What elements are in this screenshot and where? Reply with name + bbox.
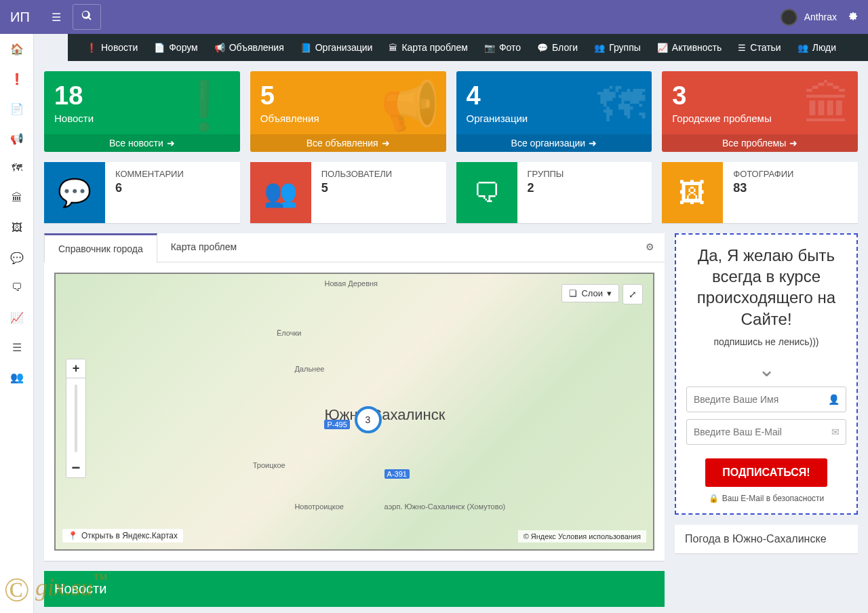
sidebar-file-icon[interactable]: 📄 bbox=[0, 94, 33, 123]
building-icon: 🏛 bbox=[389, 43, 397, 53]
sidebar-info-icon[interactable]: ❗ bbox=[0, 64, 33, 94]
exclamation-icon: ❗ bbox=[174, 78, 233, 134]
building-icon: 🏛 bbox=[804, 78, 851, 132]
weather-section-header: Погода в Южно-Сахалинске bbox=[675, 525, 858, 553]
arrow-icon: ➜ bbox=[589, 138, 597, 149]
person-icon: 👤 bbox=[828, 394, 840, 405]
info-title: ГРУППЫ bbox=[528, 169, 564, 179]
sidebar-chart-icon[interactable]: 📈 bbox=[0, 302, 33, 332]
people-icon: 👥 bbox=[797, 43, 808, 53]
sidebar: 🏠 ❗ 📄 📢 🗺 🏛 🖼 💬 🗨 📈 ☰ 👥 bbox=[0, 34, 34, 613]
nav-blogs[interactable]: 💬Блоги bbox=[529, 34, 586, 61]
search-icon[interactable] bbox=[73, 4, 101, 30]
bullhorn-icon: 📢 bbox=[380, 78, 439, 134]
comment-icon: 💬 bbox=[537, 43, 548, 53]
chat-icon: 🗨 bbox=[456, 162, 517, 223]
map-road-label: А-391 bbox=[384, 469, 410, 479]
sidebar-comment-icon[interactable]: 💬 bbox=[0, 243, 33, 273]
map-tabs: Справочник города Карта проблем ⚙ ❏ Слои… bbox=[44, 233, 665, 561]
sidebar-map-icon[interactable]: 🗺 bbox=[0, 153, 33, 183]
info-photos[interactable]: 🖼 ФОТОГРАФИИ83 bbox=[662, 162, 858, 223]
map-place-label: Новотроицкое bbox=[294, 502, 344, 511]
sidebar-chat-icon[interactable]: 🗨 bbox=[0, 273, 33, 302]
map-place-label: Новая Деревня bbox=[324, 279, 378, 288]
tab-tools-icon[interactable]: ⚙ bbox=[635, 233, 665, 262]
info-title: ПОЛЬЗОВАТЕЛИ bbox=[321, 169, 392, 179]
sidebar-image-icon[interactable]: 🖼 bbox=[0, 213, 33, 243]
info-groups[interactable]: 🗨 ГРУППЫ2 bbox=[456, 162, 652, 223]
map-terms-link[interactable]: Условия использования bbox=[558, 532, 641, 540]
nav-problems[interactable]: 🏛Карта проблем bbox=[380, 34, 475, 61]
nav-groups[interactable]: 👥Группы bbox=[586, 34, 649, 61]
news-section-header: Новости bbox=[44, 571, 665, 607]
map-cluster-marker[interactable]: 3 bbox=[355, 406, 382, 433]
sidebar-building-icon[interactable]: 🏛 bbox=[0, 183, 33, 213]
nav-forum[interactable]: 📄Форум bbox=[146, 34, 206, 61]
nav-news[interactable]: ❗Новости bbox=[78, 34, 146, 61]
map-zoom-control: + − bbox=[66, 359, 86, 478]
bullhorn-icon: 📢 bbox=[214, 43, 225, 53]
card-news[interactable]: 18Новости ❗ Все новости ➜ bbox=[44, 71, 240, 152]
zoom-in-button[interactable]: + bbox=[66, 359, 85, 378]
sidebar-home-icon[interactable]: 🏠 bbox=[0, 34, 33, 64]
map[interactable]: ❏ Слои ▾ ⤢ + − Новая Деревня Ёлочки Даль… bbox=[54, 273, 654, 551]
logo[interactable]: ИП bbox=[10, 9, 30, 25]
zoom-out-button[interactable]: − bbox=[66, 458, 85, 477]
layers-icon: ❏ bbox=[569, 288, 577, 298]
info-users[interactable]: 👥 ПОЛЬЗОВАТЕЛИ5 bbox=[250, 162, 446, 223]
name-field[interactable] bbox=[686, 387, 846, 412]
avatar bbox=[781, 9, 797, 26]
map-layers-button[interactable]: ❏ Слои ▾ bbox=[561, 284, 619, 302]
map-icon: 🗺 bbox=[597, 78, 645, 132]
card-orgs[interactable]: 4Организации 🗺 Все организации ➜ bbox=[456, 71, 652, 152]
card-footer[interactable]: Все новости ➜ bbox=[44, 134, 240, 152]
mail-icon: ✉ bbox=[831, 427, 840, 437]
nav-orgs[interactable]: 📘Организации bbox=[292, 34, 381, 61]
nav-people[interactable]: 👥Люди bbox=[789, 34, 844, 61]
map-place-label: Троицкое bbox=[253, 461, 285, 469]
map-place-label: аэрп. Южно-Сахалинск (Хомутово) bbox=[384, 502, 506, 511]
info-title: КОММЕНТАРИИ bbox=[115, 169, 184, 179]
tab-directory[interactable]: Справочник города bbox=[44, 233, 157, 262]
nav-activity[interactable]: 📈Активность bbox=[649, 34, 730, 61]
user-menu[interactable]: Anthrax bbox=[781, 9, 837, 26]
gear-icon[interactable] bbox=[847, 10, 858, 24]
arrow-down-icon: ⌄ bbox=[686, 357, 846, 381]
card-footer[interactable]: Все объявления ➜ bbox=[250, 134, 446, 152]
info-num: 5 bbox=[321, 181, 392, 195]
pin-icon: 📍 bbox=[68, 531, 78, 540]
sidebar-bullhorn-icon[interactable]: 📢 bbox=[0, 123, 33, 153]
book-icon: 📘 bbox=[300, 43, 311, 53]
safe-notice: 🔒Ваш E-Mail в безопасности bbox=[686, 494, 846, 503]
info-title: ФОТОГРАФИИ bbox=[733, 169, 793, 179]
map-fullscreen-button[interactable]: ⤢ bbox=[623, 284, 643, 304]
users-icon: 👥 bbox=[250, 162, 311, 223]
map-open-yandex[interactable]: 📍Открыть в Яндекс.Картах bbox=[62, 529, 183, 542]
arrow-icon: ➜ bbox=[789, 138, 797, 149]
info-num: 2 bbox=[528, 181, 564, 195]
card-ads[interactable]: 5Объявления 📢 Все объявления ➜ bbox=[250, 71, 446, 152]
topbar: ИП ☰ Anthrax bbox=[0, 0, 868, 34]
sidebar-bars-icon[interactable]: ☰ bbox=[0, 332, 33, 362]
card-footer[interactable]: Все проблемы ➜ bbox=[662, 134, 858, 152]
nav-ads[interactable]: 📢Объявления bbox=[206, 34, 292, 61]
subscribe-button[interactable]: ПОДПИСАТЬСЯ! bbox=[705, 458, 827, 487]
sidebar-users-icon[interactable]: 👥 bbox=[0, 362, 33, 392]
card-problems[interactable]: 3Городские проблемы 🏛 Все проблемы ➜ bbox=[662, 71, 858, 152]
chevron-down-icon: ▾ bbox=[607, 288, 612, 298]
chart-icon: 📈 bbox=[657, 43, 668, 53]
nav-photo[interactable]: 📷Фото bbox=[476, 34, 529, 61]
card-footer[interactable]: Все организации ➜ bbox=[456, 134, 652, 152]
nav-articles[interactable]: ☰Статьи bbox=[730, 34, 789, 61]
arrow-icon: ➜ bbox=[382, 138, 390, 149]
email-field[interactable] bbox=[686, 419, 846, 445]
map-city-label: Южно-Сахалинск bbox=[324, 406, 445, 424]
hamburger-icon[interactable]: ☰ bbox=[43, 5, 69, 29]
tab-problems[interactable]: Карта проблем bbox=[157, 233, 250, 262]
zoom-slider[interactable] bbox=[66, 378, 85, 458]
info-comments[interactable]: 💬 КОММЕНТАРИИ6 bbox=[44, 162, 240, 223]
map-place-label: Ёлочки bbox=[277, 329, 301, 337]
arrow-icon: ➜ bbox=[167, 138, 175, 149]
map-copyright: © Яндекс Условия использования bbox=[518, 530, 646, 542]
map-place-label: Дальнее bbox=[294, 365, 324, 373]
